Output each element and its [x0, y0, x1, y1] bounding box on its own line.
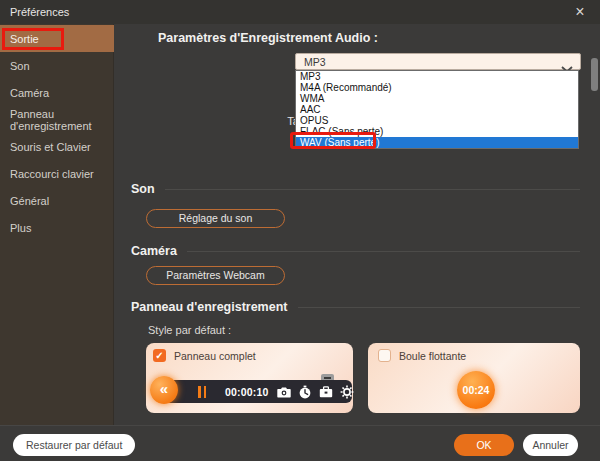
sidebar: Sortie Son Caméra Panneau d'enregistreme… — [0, 24, 114, 425]
panneau-complet-label: Panneau complet — [174, 350, 256, 362]
section-camera-title: Caméra — [131, 244, 177, 258]
section-panneau-title: Panneau d'enregistrement — [131, 300, 288, 314]
timer-icon[interactable] — [298, 385, 312, 399]
panneau-complet-card[interactable]: ✓ Panneau complet 00:00:10 — [146, 343, 353, 413]
section-divider — [165, 189, 580, 190]
toolbox-icon[interactable] — [319, 385, 333, 399]
parametres-webcam-button[interactable]: Paramètres Webcam — [146, 266, 285, 285]
section-divider — [298, 307, 581, 308]
sidebar-item-label: Son — [10, 60, 30, 72]
format-audio-dropdown: MP3 M4A (Recommandé) WMA AAC OPUS FLAC (… — [295, 70, 579, 149]
sidebar-item-label: Sortie — [10, 33, 39, 45]
pause-icon[interactable] — [198, 386, 206, 398]
ok-button[interactable]: OK — [454, 434, 514, 456]
reglage-du-son-button[interactable]: Réglage du son — [146, 209, 285, 228]
minimize-icon — [324, 377, 331, 379]
gear-icon[interactable] — [340, 385, 354, 399]
sidebar-item-label: Plus — [10, 222, 31, 234]
section-son-title: Son — [131, 182, 155, 196]
close-icon[interactable]: × — [570, 2, 590, 22]
scrollbar-thumb[interactable] — [591, 58, 598, 91]
restore-defaults-button[interactable]: Restaurer par défaut — [13, 434, 135, 456]
preferences-dialog: Préférences × Sortie Son Caméra Panneau … — [0, 0, 600, 461]
boule-flottante-checkbox[interactable] — [378, 349, 391, 362]
sidebar-item-son[interactable]: Son — [0, 52, 114, 79]
section-son: Son — [131, 182, 580, 196]
section-camera: Caméra — [131, 244, 580, 258]
sidebar-item-sortie[interactable]: Sortie — [0, 25, 114, 52]
dropdown-option-wma[interactable]: WMA — [296, 93, 578, 104]
dropdown-option-flac[interactable]: FLAC (Sans perte) — [296, 126, 578, 137]
sidebar-item-camera[interactable]: Caméra — [0, 79, 114, 106]
floating-ball-preview[interactable]: 00:24 — [457, 371, 495, 409]
sidebar-item-plus[interactable]: Plus — [0, 214, 114, 241]
main-content: Paramètres d'Enregistrement Audio : Form… — [115, 24, 600, 425]
section-divider — [187, 251, 580, 252]
collapse-panel-icon[interactable]: « — [150, 376, 178, 404]
title-bar: Préférences × — [0, 0, 600, 24]
panneau-complet-checkbox[interactable]: ✓ — [153, 349, 166, 362]
footer-bar: Restaurer par défaut OK Annuler — [0, 425, 600, 461]
boule-flottante-label: Boule flottante — [399, 350, 466, 362]
dropdown-option-wav[interactable]: WAV (Sans perte) — [296, 137, 578, 148]
sidebar-item-label: Raccourci clavier — [10, 168, 94, 180]
audio-settings-heading: Paramètres d'Enregistrement Audio : — [158, 31, 378, 45]
dialog-title: Préférences — [10, 6, 69, 18]
section-panneau: Panneau d'enregistrement — [131, 300, 580, 314]
sidebar-item-souris[interactable]: Souris et Clavier — [0, 133, 114, 160]
sidebar-item-general[interactable]: Général — [0, 187, 114, 214]
cancel-button[interactable]: Annuler — [523, 434, 578, 456]
sidebar-item-panneau[interactable]: Panneau d'enregistrement — [0, 106, 114, 133]
recording-toolbar-preview: 00:00:10 — [162, 380, 352, 403]
dropdown-option-opus[interactable]: OPUS — [296, 115, 578, 126]
sidebar-item-raccourci[interactable]: Raccourci clavier — [0, 160, 114, 187]
dropdown-option-aac[interactable]: AAC — [296, 104, 578, 115]
sidebar-item-label: Caméra — [10, 87, 49, 99]
recording-time: 00:00:10 — [225, 386, 269, 398]
dropdown-option-m4a[interactable]: M4A (Recommandé) — [296, 82, 578, 93]
format-audio-select[interactable]: MP3 — [295, 53, 581, 70]
sidebar-item-label: Général — [10, 195, 49, 207]
style-par-defaut-label: Style par défaut : — [148, 324, 231, 336]
format-audio-value: MP3 — [304, 56, 326, 68]
dropdown-option-mp3[interactable]: MP3 — [296, 71, 578, 82]
sidebar-item-label: Souris et Clavier — [10, 141, 91, 153]
boule-flottante-card[interactable]: Boule flottante 00:24 — [368, 343, 580, 413]
camera-snapshot-icon[interactable] — [277, 385, 291, 399]
sidebar-item-label: Panneau d'enregistrement — [10, 108, 114, 132]
